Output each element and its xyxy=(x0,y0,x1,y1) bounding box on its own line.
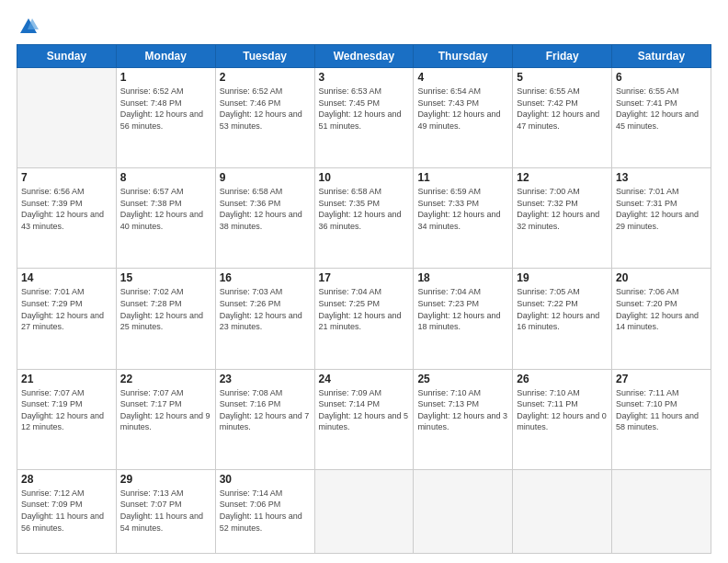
day-number: 27 xyxy=(616,373,707,385)
day-info: Sunrise: 7:06 AMSunset: 7:20 PMDaylight:… xyxy=(616,286,707,332)
calendar-week-row: 21Sunrise: 7:07 AMSunset: 7:19 PMDayligh… xyxy=(17,369,711,469)
day-info: Sunrise: 7:10 AMSunset: 7:13 PMDaylight:… xyxy=(417,387,508,433)
day-number: 6 xyxy=(616,71,707,84)
day-info: Sunrise: 6:57 AMSunset: 7:38 PMDaylight:… xyxy=(120,186,211,232)
calendar-day-cell: 6Sunrise: 6:55 AMSunset: 7:41 PMDaylight… xyxy=(612,68,711,168)
day-info: Sunrise: 7:11 AMSunset: 7:10 PMDaylight:… xyxy=(616,387,707,433)
day-number: 7 xyxy=(21,171,112,184)
calendar: SundayMondayTuesdayWednesdayThursdayFrid… xyxy=(17,44,711,554)
calendar-week-row: 1Sunrise: 6:52 AMSunset: 7:48 PMDaylight… xyxy=(17,68,711,168)
day-number: 18 xyxy=(417,271,508,284)
calendar-week-row: 14Sunrise: 7:01 AMSunset: 7:29 PMDayligh… xyxy=(17,269,711,369)
day-info: Sunrise: 7:07 AMSunset: 7:19 PMDaylight:… xyxy=(21,387,112,433)
day-info: Sunrise: 7:07 AMSunset: 7:17 PMDaylight:… xyxy=(120,387,211,433)
day-info: Sunrise: 7:10 AMSunset: 7:11 PMDaylight:… xyxy=(517,387,608,433)
weekday-header: Tuesday xyxy=(215,45,314,68)
day-info: Sunrise: 6:52 AMSunset: 7:46 PMDaylight:… xyxy=(220,86,311,132)
day-number: 14 xyxy=(21,271,112,284)
weekday-header: Thursday xyxy=(414,45,513,68)
calendar-day-cell: 10Sunrise: 6:58 AMSunset: 7:35 PMDayligh… xyxy=(314,168,414,269)
calendar-day-cell: 14Sunrise: 7:01 AMSunset: 7:29 PMDayligh… xyxy=(17,269,117,369)
day-number: 8 xyxy=(120,171,211,184)
calendar-day-cell: 17Sunrise: 7:04 AMSunset: 7:25 PMDayligh… xyxy=(314,269,414,369)
day-number: 30 xyxy=(220,473,311,486)
day-number: 25 xyxy=(417,373,508,385)
page: SundayMondayTuesdayWednesdayThursdayFrid… xyxy=(0,0,728,563)
day-info: Sunrise: 7:05 AMSunset: 7:22 PMDaylight:… xyxy=(517,286,608,332)
day-info: Sunrise: 6:58 AMSunset: 7:36 PMDaylight:… xyxy=(220,186,311,232)
day-number: 21 xyxy=(21,373,112,385)
day-number: 17 xyxy=(319,271,410,284)
day-number: 22 xyxy=(120,373,211,385)
calendar-day-cell xyxy=(513,469,612,553)
day-info: Sunrise: 7:14 AMSunset: 7:06 PMDaylight:… xyxy=(220,488,311,534)
calendar-day-cell: 9Sunrise: 6:58 AMSunset: 7:36 PMDaylight… xyxy=(215,168,314,269)
day-info: Sunrise: 7:02 AMSunset: 7:28 PMDaylight:… xyxy=(120,286,211,332)
day-info: Sunrise: 6:58 AMSunset: 7:35 PMDaylight:… xyxy=(319,186,410,232)
calendar-day-cell: 8Sunrise: 6:57 AMSunset: 7:38 PMDaylight… xyxy=(116,168,215,269)
day-info: Sunrise: 6:56 AMSunset: 7:39 PMDaylight:… xyxy=(21,186,112,232)
day-info: Sunrise: 6:59 AMSunset: 7:33 PMDaylight:… xyxy=(417,186,508,232)
header xyxy=(17,17,711,37)
day-number: 5 xyxy=(517,71,608,84)
calendar-day-cell: 11Sunrise: 6:59 AMSunset: 7:33 PMDayligh… xyxy=(414,168,513,269)
day-number: 10 xyxy=(319,171,410,184)
day-number: 19 xyxy=(517,271,608,284)
day-number: 28 xyxy=(21,473,112,486)
calendar-day-cell xyxy=(414,469,513,553)
weekday-header: Sunday xyxy=(17,45,117,68)
calendar-day-cell: 15Sunrise: 7:02 AMSunset: 7:28 PMDayligh… xyxy=(116,269,215,369)
calendar-day-cell: 24Sunrise: 7:09 AMSunset: 7:14 PMDayligh… xyxy=(314,369,414,469)
calendar-day-cell: 1Sunrise: 6:52 AMSunset: 7:48 PMDaylight… xyxy=(116,68,215,168)
calendar-day-cell: 26Sunrise: 7:10 AMSunset: 7:11 PMDayligh… xyxy=(513,369,612,469)
calendar-week-row: 7Sunrise: 6:56 AMSunset: 7:39 PMDaylight… xyxy=(17,168,711,269)
day-number: 12 xyxy=(517,171,608,184)
calendar-day-cell: 7Sunrise: 6:56 AMSunset: 7:39 PMDaylight… xyxy=(17,168,117,269)
day-number: 11 xyxy=(417,171,508,184)
weekday-header: Monday xyxy=(116,45,215,68)
day-number: 3 xyxy=(319,71,410,84)
day-number: 4 xyxy=(417,71,508,84)
calendar-day-cell: 20Sunrise: 7:06 AMSunset: 7:20 PMDayligh… xyxy=(612,269,711,369)
weekday-header: Saturday xyxy=(612,45,711,68)
day-number: 29 xyxy=(120,473,211,486)
calendar-day-cell: 16Sunrise: 7:03 AMSunset: 7:26 PMDayligh… xyxy=(215,269,314,369)
day-info: Sunrise: 6:53 AMSunset: 7:45 PMDaylight:… xyxy=(319,86,410,132)
calendar-day-cell: 13Sunrise: 7:01 AMSunset: 7:31 PMDayligh… xyxy=(612,168,711,269)
header-row: SundayMondayTuesdayWednesdayThursdayFrid… xyxy=(17,45,711,68)
day-number: 20 xyxy=(616,271,707,284)
day-info: Sunrise: 6:55 AMSunset: 7:41 PMDaylight:… xyxy=(616,86,707,132)
calendar-day-cell: 29Sunrise: 7:13 AMSunset: 7:07 PMDayligh… xyxy=(116,469,215,553)
day-info: Sunrise: 7:09 AMSunset: 7:14 PMDaylight:… xyxy=(319,387,410,433)
day-number: 16 xyxy=(220,271,311,284)
day-number: 15 xyxy=(120,271,211,284)
calendar-day-cell: 23Sunrise: 7:08 AMSunset: 7:16 PMDayligh… xyxy=(215,369,314,469)
calendar-day-cell xyxy=(612,469,711,553)
calendar-day-cell: 21Sunrise: 7:07 AMSunset: 7:19 PMDayligh… xyxy=(17,369,117,469)
day-info: Sunrise: 7:04 AMSunset: 7:25 PMDaylight:… xyxy=(319,286,410,332)
day-info: Sunrise: 7:08 AMSunset: 7:16 PMDaylight:… xyxy=(220,387,311,433)
day-info: Sunrise: 7:01 AMSunset: 7:31 PMDaylight:… xyxy=(616,186,707,232)
day-number: 2 xyxy=(220,71,311,84)
day-number: 23 xyxy=(220,373,311,385)
day-info: Sunrise: 7:00 AMSunset: 7:32 PMDaylight:… xyxy=(517,186,608,232)
day-number: 24 xyxy=(319,373,410,385)
weekday-header: Wednesday xyxy=(314,45,414,68)
calendar-day-cell: 25Sunrise: 7:10 AMSunset: 7:13 PMDayligh… xyxy=(414,369,513,469)
calendar-day-cell: 19Sunrise: 7:05 AMSunset: 7:22 PMDayligh… xyxy=(513,269,612,369)
calendar-day-cell: 3Sunrise: 6:53 AMSunset: 7:45 PMDaylight… xyxy=(314,68,414,168)
day-info: Sunrise: 7:12 AMSunset: 7:09 PMDaylight:… xyxy=(21,488,112,534)
day-info: Sunrise: 7:03 AMSunset: 7:26 PMDaylight:… xyxy=(220,286,311,332)
calendar-day-cell xyxy=(17,68,117,168)
day-info: Sunrise: 6:55 AMSunset: 7:42 PMDaylight:… xyxy=(517,86,608,132)
day-number: 1 xyxy=(120,71,211,84)
calendar-day-cell: 5Sunrise: 6:55 AMSunset: 7:42 PMDaylight… xyxy=(513,68,612,168)
day-info: Sunrise: 7:01 AMSunset: 7:29 PMDaylight:… xyxy=(21,286,112,332)
logo xyxy=(17,17,39,37)
calendar-day-cell: 18Sunrise: 7:04 AMSunset: 7:23 PMDayligh… xyxy=(414,269,513,369)
logo-icon xyxy=(18,17,39,37)
day-info: Sunrise: 7:04 AMSunset: 7:23 PMDaylight:… xyxy=(417,286,508,332)
calendar-day-cell: 28Sunrise: 7:12 AMSunset: 7:09 PMDayligh… xyxy=(17,469,117,553)
calendar-day-cell: 27Sunrise: 7:11 AMSunset: 7:10 PMDayligh… xyxy=(612,369,711,469)
weekday-header: Friday xyxy=(513,45,612,68)
